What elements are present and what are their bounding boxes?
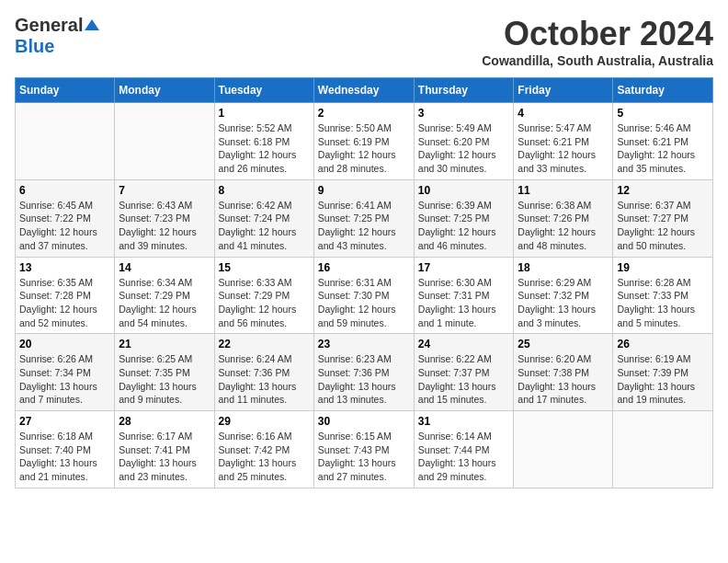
table-row: 10Sunrise: 6:39 AMSunset: 7:25 PMDayligh… xyxy=(414,179,514,257)
page-header: General Blue October 2024 Cowandilla, So… xyxy=(15,15,713,68)
day-number: 30 xyxy=(318,415,410,428)
table-row: 12Sunrise: 6:37 AMSunset: 7:27 PMDayligh… xyxy=(613,179,713,257)
day-number: 25 xyxy=(518,338,609,350)
day-info: Sunrise: 6:38 AMSunset: 7:26 PMDaylight:… xyxy=(518,199,609,253)
table-row: 28Sunrise: 6:17 AMSunset: 7:41 PMDayligh… xyxy=(115,411,214,488)
table-row: 25Sunrise: 6:20 AMSunset: 7:38 PMDayligh… xyxy=(514,334,613,411)
day-info: Sunrise: 6:14 AMSunset: 7:44 PMDaylight:… xyxy=(418,430,510,484)
day-number: 14 xyxy=(119,261,210,274)
table-row: 15Sunrise: 6:33 AMSunset: 7:29 PMDayligh… xyxy=(214,257,313,334)
day-number: 5 xyxy=(617,107,709,120)
table-row: 1Sunrise: 5:52 AMSunset: 6:18 PMDaylight… xyxy=(214,103,313,180)
table-row: 11Sunrise: 6:38 AMSunset: 7:26 PMDayligh… xyxy=(514,179,613,257)
day-info: Sunrise: 6:26 AMSunset: 7:34 PMDaylight:… xyxy=(19,352,110,407)
day-info: Sunrise: 6:29 AMSunset: 7:32 PMDaylight:… xyxy=(518,276,609,330)
day-info: Sunrise: 6:18 AMSunset: 7:40 PMDaylight:… xyxy=(19,430,110,484)
day-number: 10 xyxy=(418,184,510,197)
day-info: Sunrise: 6:20 AMSunset: 7:38 PMDaylight:… xyxy=(518,352,609,407)
day-info: Sunrise: 5:50 AMSunset: 6:19 PMDaylight:… xyxy=(318,121,410,176)
day-info: Sunrise: 6:30 AMSunset: 7:31 PMDaylight:… xyxy=(418,276,510,330)
day-info: Sunrise: 6:39 AMSunset: 7:25 PMDaylight:… xyxy=(418,199,510,253)
table-row: 19Sunrise: 6:28 AMSunset: 7:33 PMDayligh… xyxy=(613,257,713,334)
table-row xyxy=(613,411,713,488)
header-saturday: Saturday xyxy=(613,78,713,103)
day-number: 20 xyxy=(19,338,110,350)
table-row: 9Sunrise: 6:41 AMSunset: 7:25 PMDaylight… xyxy=(313,179,414,257)
day-number: 23 xyxy=(318,338,410,350)
day-number: 26 xyxy=(617,338,709,350)
header-tuesday: Tuesday xyxy=(214,78,313,103)
month-title: October 2024 xyxy=(482,15,713,53)
day-number: 17 xyxy=(418,261,510,274)
calendar-header-row: Sunday Monday Tuesday Wednesday Thursday… xyxy=(16,78,713,103)
table-row: 3Sunrise: 5:49 AMSunset: 6:20 PMDaylight… xyxy=(414,103,514,180)
table-row: 26Sunrise: 6:19 AMSunset: 7:39 PMDayligh… xyxy=(613,334,713,411)
day-info: Sunrise: 5:46 AMSunset: 6:21 PMDaylight:… xyxy=(617,121,709,176)
table-row: 21Sunrise: 6:25 AMSunset: 7:35 PMDayligh… xyxy=(115,334,214,411)
calendar-table: Sunday Monday Tuesday Wednesday Thursday… xyxy=(15,77,713,488)
day-info: Sunrise: 6:17 AMSunset: 7:41 PMDaylight:… xyxy=(119,430,210,484)
day-number: 9 xyxy=(318,184,410,197)
day-number: 24 xyxy=(418,338,510,350)
table-row: 8Sunrise: 6:42 AMSunset: 7:24 PMDaylight… xyxy=(214,179,313,257)
table-row: 13Sunrise: 6:35 AMSunset: 7:28 PMDayligh… xyxy=(16,257,115,334)
day-number: 12 xyxy=(617,184,709,197)
logo-general: General xyxy=(15,15,83,36)
table-row xyxy=(514,411,613,488)
table-row: 27Sunrise: 6:18 AMSunset: 7:40 PMDayligh… xyxy=(16,411,115,488)
day-info: Sunrise: 6:42 AMSunset: 7:24 PMDaylight:… xyxy=(219,199,310,253)
logo-blue: Blue xyxy=(15,36,54,56)
logo: General Blue xyxy=(15,15,99,57)
day-info: Sunrise: 6:19 AMSunset: 7:39 PMDaylight:… xyxy=(617,352,709,407)
table-row xyxy=(16,103,115,180)
title-area: October 2024 Cowandilla, South Australia… xyxy=(482,15,713,68)
table-row: 22Sunrise: 6:24 AMSunset: 7:36 PMDayligh… xyxy=(214,334,313,411)
calendar-week-row: 27Sunrise: 6:18 AMSunset: 7:40 PMDayligh… xyxy=(16,411,713,488)
table-row: 23Sunrise: 6:23 AMSunset: 7:36 PMDayligh… xyxy=(313,334,414,411)
day-number: 27 xyxy=(19,415,110,428)
day-number: 11 xyxy=(518,184,609,197)
day-number: 31 xyxy=(418,415,510,428)
location: Cowandilla, South Australia, Australia xyxy=(482,53,713,68)
table-row: 31Sunrise: 6:14 AMSunset: 7:44 PMDayligh… xyxy=(414,411,514,488)
day-number: 21 xyxy=(119,338,210,350)
calendar-week-row: 1Sunrise: 5:52 AMSunset: 6:18 PMDaylight… xyxy=(16,103,713,180)
header-monday: Monday xyxy=(115,78,214,103)
day-info: Sunrise: 6:28 AMSunset: 7:33 PMDaylight:… xyxy=(617,276,709,330)
day-info: Sunrise: 5:47 AMSunset: 6:21 PMDaylight:… xyxy=(518,121,609,176)
day-number: 2 xyxy=(318,107,410,120)
day-number: 19 xyxy=(617,261,709,274)
day-info: Sunrise: 6:16 AMSunset: 7:42 PMDaylight:… xyxy=(219,430,310,484)
svg-marker-0 xyxy=(85,19,99,30)
header-sunday: Sunday xyxy=(16,78,115,103)
table-row: 30Sunrise: 6:15 AMSunset: 7:43 PMDayligh… xyxy=(313,411,414,488)
day-info: Sunrise: 6:34 AMSunset: 7:29 PMDaylight:… xyxy=(119,276,210,330)
day-info: Sunrise: 6:25 AMSunset: 7:35 PMDaylight:… xyxy=(119,352,210,407)
table-row: 14Sunrise: 6:34 AMSunset: 7:29 PMDayligh… xyxy=(115,257,214,334)
table-row: 16Sunrise: 6:31 AMSunset: 7:30 PMDayligh… xyxy=(313,257,414,334)
day-number: 13 xyxy=(19,261,110,274)
day-number: 4 xyxy=(518,107,609,120)
header-friday: Friday xyxy=(514,78,613,103)
header-wednesday: Wednesday xyxy=(313,78,414,103)
day-info: Sunrise: 6:33 AMSunset: 7:29 PMDaylight:… xyxy=(219,276,310,330)
day-number: 8 xyxy=(219,184,310,197)
day-info: Sunrise: 6:41 AMSunset: 7:25 PMDaylight:… xyxy=(318,199,410,253)
table-row: 17Sunrise: 6:30 AMSunset: 7:31 PMDayligh… xyxy=(414,257,514,334)
day-number: 15 xyxy=(219,261,310,274)
calendar-week-row: 6Sunrise: 6:45 AMSunset: 7:22 PMDaylight… xyxy=(16,179,713,257)
day-number: 29 xyxy=(219,415,310,428)
table-row: 24Sunrise: 6:22 AMSunset: 7:37 PMDayligh… xyxy=(414,334,514,411)
day-info: Sunrise: 6:24 AMSunset: 7:36 PMDaylight:… xyxy=(219,352,310,407)
day-number: 22 xyxy=(219,338,310,350)
table-row: 20Sunrise: 6:26 AMSunset: 7:34 PMDayligh… xyxy=(16,334,115,411)
day-number: 28 xyxy=(119,415,210,428)
logo-triangle-icon xyxy=(85,17,99,36)
day-number: 3 xyxy=(418,107,510,120)
day-info: Sunrise: 5:52 AMSunset: 6:18 PMDaylight:… xyxy=(219,121,310,176)
day-info: Sunrise: 6:45 AMSunset: 7:22 PMDaylight:… xyxy=(19,199,110,253)
day-info: Sunrise: 6:43 AMSunset: 7:23 PMDaylight:… xyxy=(119,199,210,253)
day-info: Sunrise: 6:23 AMSunset: 7:36 PMDaylight:… xyxy=(318,352,410,407)
table-row: 4Sunrise: 5:47 AMSunset: 6:21 PMDaylight… xyxy=(514,103,613,180)
day-number: 16 xyxy=(318,261,410,274)
